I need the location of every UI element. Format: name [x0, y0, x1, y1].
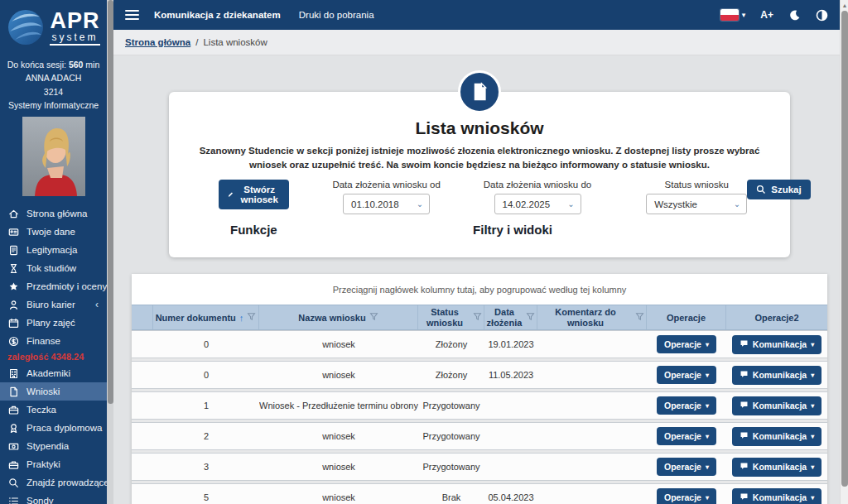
chevron-down-icon: ▾: [742, 11, 746, 19]
sidebar-item-label: Znajdź prowadzącego: [26, 478, 107, 487]
sidebar-item-teczka[interactable]: Teczka: [0, 401, 107, 419]
operations-button[interactable]: Operacje ▾: [657, 335, 716, 353]
chevron-down-icon: ⌄: [567, 199, 574, 209]
communication-button[interactable]: Komunikacja ▾: [732, 427, 822, 446]
sidebar-item-biuro-karier[interactable]: Biuro karier‹: [0, 295, 107, 314]
column-header-status-wniosku[interactable]: Status wniosku: [418, 305, 484, 329]
status-cell: Przygotowany: [418, 401, 484, 410]
communication-button[interactable]: Komunikacja ▾: [732, 335, 822, 354]
table-body: 0wniosekZłożony19.01.2023 Operacje ▾ Kom…: [132, 330, 827, 504]
filter-funnel-icon[interactable]: [247, 312, 256, 324]
page-description: Szanowny Studencie w sekcji poniżej istn…: [186, 144, 773, 171]
sidebar-item-label: Akademiki: [26, 368, 70, 378]
operations-cell: Operacje ▾: [647, 427, 726, 445]
communication-cell: Komunikacja ▾: [726, 427, 827, 446]
column-header-operacje[interactable]: Operacje: [647, 305, 726, 329]
breadcrumb-separator: /: [195, 37, 198, 47]
app-root: APR system Do końca sesji: 560 min ANNA …: [0, 0, 848, 504]
document-number-cell: 0: [153, 370, 259, 380]
operations-button[interactable]: Operacje ▾: [657, 488, 716, 504]
sidebar-item-tok-studiow[interactable]: Tok studiów: [0, 259, 107, 277]
column-header-nazwa-wniosku[interactable]: Nazwa wniosku: [259, 305, 418, 329]
sidebar-item-praca-dyplomowa[interactable]: Praca dyplomowa: [0, 419, 107, 437]
chat-bubble-icon: [740, 431, 749, 442]
session-info: Do końca sesji: 560 min ANNA ADACH 3214 …: [0, 58, 107, 112]
sidebar-scrollbar[interactable]: [107, 0, 113, 504]
filter-funnel-icon[interactable]: [369, 312, 378, 324]
filter-label: Status wniosku: [665, 180, 729, 190]
sidebar-item-stypendia[interactable]: Stypendia: [0, 437, 107, 455]
sidebar-item-strona-glowna[interactable]: Strona główna: [0, 204, 107, 223]
application-name-cell: wniosek: [259, 462, 418, 472]
communication-button[interactable]: Komunikacja ▾: [732, 458, 822, 477]
brand-logo[interactable]: APR system: [0, 0, 107, 51]
sidebar-item-label: Stypendia: [26, 441, 69, 451]
sidebar-item-praktyki[interactable]: Praktyki: [0, 455, 107, 473]
search-button[interactable]: Szukaj: [747, 180, 810, 199]
user-faculty: Systemy Informatyczne: [0, 98, 107, 112]
operations-button[interactable]: Operacje ▾: [657, 396, 716, 415]
sidebar-item-akademiki[interactable]: Akademiki: [0, 364, 107, 382]
sidebar-item-wnioski[interactable]: Wnioski: [0, 382, 107, 401]
communication-cell: Komunikacja ▾: [726, 335, 827, 354]
brand-name: APR: [50, 10, 99, 32]
sidebar-item-label: Teczka: [26, 405, 56, 415]
sort-ascending-icon[interactable]: ↑: [239, 313, 244, 324]
filter-select[interactable]: Wszystkie ⌄: [646, 194, 747, 214]
column-header-komentarz-do-wniosku[interactable]: Komentarz do wniosku: [537, 305, 647, 329]
operations-cell: Operacje ▾: [647, 488, 726, 504]
sidebar-item-finanse[interactable]: Finanse: [0, 332, 107, 350]
applications-table-card: Przeciągnij nagłówek kolumny tutaj, aby …: [132, 274, 827, 504]
nav-link-dziekanat[interactable]: Komunikacja z dziekanatem: [154, 10, 281, 20]
sidebar-item-label: Praca dyplomowa: [26, 423, 102, 433]
filter-select[interactable]: 14.02.2025 ⌄: [494, 194, 581, 214]
table-row: 0wniosekZłożony11.05.2023 Operacje ▾ Kom…: [132, 361, 827, 389]
sidebar-item-przedmioty-i-oceny[interactable]: Przedmioty i oceny: [0, 277, 107, 295]
operations-button[interactable]: Operacje ▾: [657, 427, 716, 445]
operations-button[interactable]: Operacje ▾: [657, 366, 716, 384]
column-header-operacje2[interactable]: Operacje2: [726, 305, 827, 329]
communication-button[interactable]: Komunikacja ▾: [732, 396, 822, 415]
building-icon: [7, 367, 19, 379]
operations-button[interactable]: Operacje ▾: [657, 458, 716, 476]
document-number-cell: 0: [153, 339, 259, 349]
table-row: 5wniosekBrak05.04.2023 Operacje ▾ Komuni…: [132, 483, 827, 504]
user-name: ANNA ADACH: [0, 71, 107, 84]
sidebar-item-plany-zajec[interactable]: Plany zajęć: [0, 314, 107, 332]
font-size-button[interactable]: A+: [760, 9, 773, 21]
page-scrollbar[interactable]: ▲: [840, 0, 848, 504]
badge-icon: [7, 244, 19, 256]
dark-mode-moon-icon[interactable]: [788, 9, 801, 22]
communication-button[interactable]: Komunikacja ▾: [732, 488, 822, 504]
pencil-icon: [228, 190, 234, 199]
sidebar-item-legitymacja[interactable]: Legitymacja: [0, 241, 107, 259]
scroll-up-arrow-icon[interactable]: ▲: [841, 0, 848, 10]
language-selector[interactable]: ▾: [720, 9, 746, 21]
filter-funnel-icon[interactable]: [473, 312, 482, 324]
filter-funnel-icon[interactable]: [635, 312, 644, 324]
contrast-icon[interactable]: [816, 9, 828, 22]
breadcrumb: Strona główna / Lista wniosków: [113, 30, 840, 55]
operations-cell: Operacje ▾: [647, 366, 726, 384]
hamburger-menu-icon[interactable]: [125, 10, 139, 20]
search-icon: [756, 185, 766, 194]
create-application-button[interactable]: Stwórz wniosek: [219, 180, 289, 209]
sidebar-menu: Strona główna Twoje dane Legitymacja Tok…: [0, 204, 107, 504]
sidebar-item-label: Sondy: [26, 496, 54, 504]
page-scrollbar-thumb[interactable]: [841, 11, 848, 487]
chat-bubble-icon: [740, 370, 749, 381]
communication-button[interactable]: Komunikacja ▾: [732, 366, 822, 385]
status-cell: Brak: [418, 492, 484, 502]
filter-funnel-icon[interactable]: [526, 312, 535, 324]
sidebar-item-twoje-dane[interactable]: Twoje dane: [0, 223, 107, 241]
caption-functions: Funkcje: [230, 223, 277, 237]
column-header-data-zlozenia[interactable]: Data złożenia: [484, 305, 537, 329]
breadcrumb-home-link[interactable]: Strona główna: [125, 37, 190, 47]
column-header-numer-dokumentu[interactable]: Numer dokumentu↑: [153, 305, 259, 329]
sidebar-item-sondy[interactable]: Sondy: [0, 492, 107, 504]
filter-select[interactable]: 01.10.2018 ⌄: [343, 194, 430, 214]
sidebar-scrollbar-thumb[interactable]: [108, 0, 113, 404]
nav-link-druki[interactable]: Druki do pobrania: [299, 10, 374, 20]
sidebar-item-znajdz-prowadzacego[interactable]: Znajdź prowadzącego: [0, 473, 107, 492]
search-icon: [7, 477, 19, 488]
